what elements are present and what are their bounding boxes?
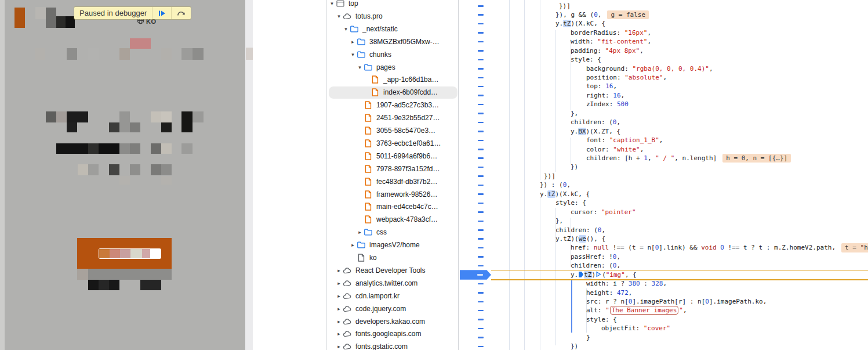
code-line[interactable]: }): [571, 342, 578, 350]
tree-item-main-ed4ceb4c7c[interactable]: main-ed4ceb4c7c…: [356, 200, 438, 213]
gutter-line-mark[interactable]: [478, 185, 484, 186]
gutter-line-mark[interactable]: [478, 95, 484, 96]
chevron-right-icon[interactable]: ▸: [356, 229, 364, 235]
gutter-line-mark[interactable]: [478, 104, 484, 106]
gutter-line-mark[interactable]: [478, 265, 484, 267]
code-line[interactable]: borderRadius: "16px",: [571, 28, 651, 37]
chevron-right-icon[interactable]: ▸: [335, 280, 343, 286]
tree-item-fonts-gstatic-com[interactable]: ▸fonts.gstatic.com: [335, 340, 408, 350]
code-line[interactable]: passHref: !0,: [571, 252, 620, 261]
tree-item-analytics-twitter-com[interactable]: ▸analytics.twitter.com: [335, 277, 417, 290]
tree-item-css[interactable]: ▸css: [356, 226, 387, 239]
tree-item-framework-98526[interactable]: framework-98526…: [356, 188, 437, 201]
chevron-down-icon[interactable]: ▾: [335, 13, 343, 19]
gutter-line-mark[interactable]: [478, 346, 484, 348]
resume-script-button[interactable]: [152, 7, 171, 19]
code-line[interactable]: style: {: [555, 199, 586, 207]
tree-item-code-jquery-com[interactable]: ▸code.jquery.com: [335, 302, 406, 315]
gutter-line-mark[interactable]: [478, 310, 484, 312]
code-line[interactable]: alt: "The Banner images",: [586, 306, 687, 315]
chevron-right-icon[interactable]: ▸: [335, 319, 343, 324]
code-line[interactable]: y.BX)(X.ZT, {: [571, 127, 620, 136]
tree-item-cdn-iamport-kr[interactable]: ▸cdn.iamport.kr: [335, 290, 400, 302]
gutter-line-mark[interactable]: [478, 292, 484, 294]
gutter-line-mark[interactable]: [478, 50, 484, 52]
chevron-down-icon[interactable]: ▾: [328, 1, 336, 6]
chevron-right-icon[interactable]: ▸: [349, 242, 357, 248]
code-line[interactable]: style: {: [571, 55, 601, 64]
gutter-line-mark[interactable]: [478, 203, 484, 204]
chevron-down-icon[interactable]: ▾: [349, 52, 357, 57]
tree-item-fonts-googleapis-com[interactable]: ▸fonts.googleapis.com: [335, 327, 421, 340]
tree-item-ko[interactable]: ko: [349, 251, 377, 264]
tree-item-38mgzbxf05gmxw[interactable]: ▸38MGZBxf05GMxw-…: [349, 35, 440, 48]
code-line[interactable]: }: [586, 333, 590, 342]
tree-item-2451-9e32b55d27[interactable]: 2451-9e32b55d27…: [356, 111, 440, 124]
tree-item-3055-58c5470e3[interactable]: 3055-58c5470e3…: [356, 124, 435, 137]
code-line[interactable]: zIndex: 500: [586, 100, 629, 109]
code-line[interactable]: objectFit: "cover": [601, 324, 670, 333]
chevron-right-icon[interactable]: ▸: [335, 331, 343, 337]
code-line-current[interactable]: y.tZ)("img", {: [571, 270, 637, 280]
gutter-line-mark[interactable]: [478, 283, 484, 285]
gutter-line-mark[interactable]: [478, 14, 484, 16]
tree-item-top[interactable]: ▾top: [328, 0, 358, 10]
code-line[interactable]: padding: "4px 8px",: [571, 46, 644, 55]
tree-item-react-developer-tools[interactable]: ▸React Developer Tools: [335, 264, 426, 277]
gutter-line-mark[interactable]: [478, 140, 484, 142]
code-line[interactable]: width: "fit-content",: [571, 37, 651, 46]
code-line[interactable]: right: 16,: [586, 91, 624, 100]
tree-item-next-static[interactable]: ▾_next/static: [342, 23, 398, 35]
gutter-line-mark[interactable]: [478, 113, 484, 114]
code-line[interactable]: src: r ? n[0].imagePath[r] : n[0].imageP…: [586, 297, 767, 306]
gutter-line-mark[interactable]: [478, 149, 484, 150]
tree-item-pages[interactable]: ▾pages: [356, 61, 395, 74]
tree-item-webpack-478a3cf[interactable]: webpack-478a3cf…: [356, 213, 438, 226]
code-line[interactable]: width: i ? 380 : 328,: [586, 279, 667, 288]
gutter-line-mark[interactable]: [478, 193, 484, 195]
tree-item-3763-ecbc1ef0a61[interactable]: 3763-ecbc1ef0a61…: [356, 137, 441, 150]
code-line[interactable]: },: [571, 109, 578, 118]
gutter-line-mark[interactable]: [478, 256, 484, 258]
gutter-line-mark[interactable]: [478, 247, 484, 249]
gutter-line-mark[interactable]: [478, 77, 484, 79]
code-line[interactable]: }): [571, 163, 578, 171]
gutter-line-mark[interactable]: [478, 319, 484, 320]
code-line[interactable]: })]: [559, 2, 571, 10]
gutter-line-mark[interactable]: [478, 229, 484, 231]
gutter-line-mark[interactable]: [478, 328, 484, 330]
chevron-right-icon[interactable]: ▸: [335, 293, 343, 299]
code-line[interactable]: children: [h + 1, " / ", n.length]h = 0,…: [586, 154, 791, 163]
gutter-line-mark[interactable]: [478, 86, 484, 88]
gutter-line-mark[interactable]: [478, 175, 484, 177]
tree-item-1907-ad5c27c3b3[interactable]: 1907-ad5c27c3b3…: [356, 99, 439, 111]
code-line[interactable]: }), g && (0,g = false: [555, 10, 649, 19]
tree-item-fec483df-db3f7b2[interactable]: fec483df-db3f7b2…: [356, 175, 437, 188]
code-line[interactable]: background: "rgba(0, 0, 0, 0.4)",: [586, 64, 713, 73]
gutter-line-mark[interactable]: [478, 167, 484, 168]
tree-item-imagesv2-home[interactable]: ▸imagesV2/home: [349, 239, 420, 251]
chevron-down-icon[interactable]: ▾: [356, 64, 364, 70]
chevron-down-icon[interactable]: ▾: [342, 26, 350, 32]
code-line[interactable]: children: (0,: [571, 261, 620, 270]
gutter-line-mark[interactable]: [478, 157, 484, 159]
tree-item-5011-6994a6f9b6[interactable]: 5011-6994a6f9b6…: [356, 150, 437, 163]
tree-item-chunks[interactable]: ▾chunks: [349, 48, 391, 61]
step-over-button[interactable]: [172, 7, 191, 19]
code-line[interactable]: children: (0,: [555, 226, 605, 234]
tree-item-totus-pro[interactable]: ▾totus.pro: [335, 10, 383, 23]
gutter-line-mark[interactable]: [478, 122, 484, 124]
code-line[interactable]: },: [555, 217, 563, 225]
chevron-right-icon[interactable]: ▸: [335, 344, 343, 349]
gutter-line-mark[interactable]: [478, 41, 484, 43]
code-line[interactable]: y.tZ)(X.kC, {: [555, 19, 605, 28]
tree-item-7978-897f3a152fd[interactable]: 7978-897f3a152fd…: [356, 163, 440, 175]
gutter-line-mark[interactable]: [478, 5, 484, 7]
code-line[interactable]: style: {: [586, 315, 617, 324]
gutter-line-mark[interactable]: [478, 301, 484, 303]
tree-item-app-1c66d1ba[interactable]: _app-1c66d1ba…: [363, 73, 438, 86]
tree-item-developers-kakao-com[interactable]: ▸developers.kakao.com: [335, 315, 425, 328]
code-line[interactable]: cursor: "pointer": [571, 208, 636, 217]
gutter-line-mark[interactable]: [478, 68, 484, 70]
code-line[interactable]: font: "caption_1_B",: [586, 136, 663, 145]
